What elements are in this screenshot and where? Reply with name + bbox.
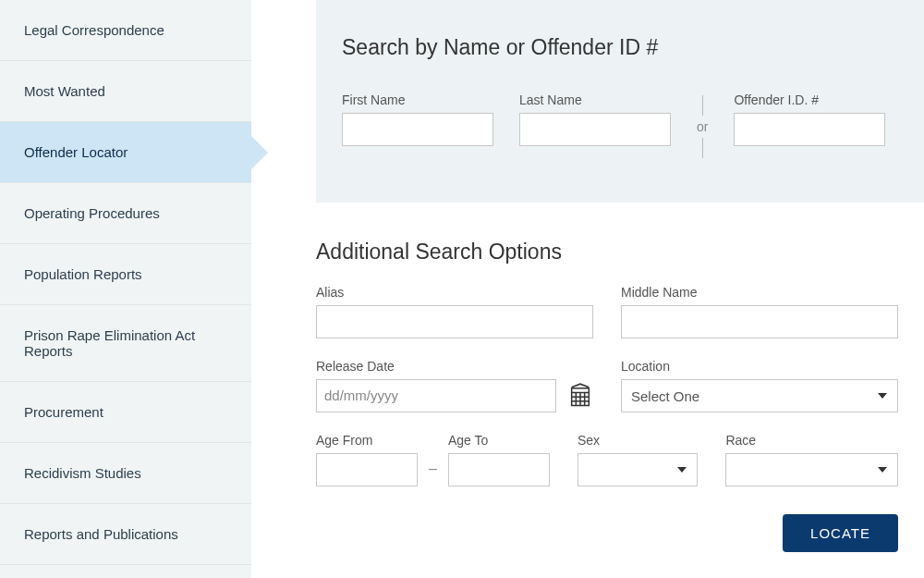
middle-name-label: Middle Name <box>621 285 898 300</box>
or-separator: or <box>697 95 708 158</box>
last-name-input[interactable] <box>519 113 671 146</box>
age-from-input[interactable] <box>316 453 418 486</box>
main-content: Search by Name or Offender ID # First Na… <box>251 0 924 578</box>
release-date-input[interactable] <box>316 379 556 412</box>
sex-label: Sex <box>578 433 699 448</box>
sidebar: Legal Correspondence Most Wanted Offende… <box>0 0 251 578</box>
sidebar-item-operating-procedures[interactable]: Operating Procedures <box>0 183 251 244</box>
sidebar-item-population-reports[interactable]: Population Reports <box>0 244 251 305</box>
search-panel: Search by Name or Offender ID # First Na… <box>316 0 924 203</box>
sidebar-item-legal-correspondence[interactable]: Legal Correspondence <box>0 0 251 61</box>
search-title: Search by Name or Offender ID # <box>342 35 898 60</box>
offender-id-input[interactable] <box>734 113 885 146</box>
age-from-label: Age From <box>316 433 418 448</box>
location-select[interactable]: Select One <box>621 379 898 412</box>
last-name-label: Last Name <box>519 92 671 107</box>
age-to-input[interactable] <box>448 453 550 486</box>
alias-input[interactable] <box>316 305 593 338</box>
additional-title: Additional Search Options <box>316 240 898 264</box>
sidebar-item-offender-locator[interactable]: Offender Locator <box>0 122 251 183</box>
sex-select[interactable] <box>578 453 699 486</box>
location-label: Location <box>621 359 898 374</box>
alias-label: Alias <box>316 285 593 300</box>
offender-id-label: Offender I.D. # <box>734 92 885 107</box>
sidebar-item-reports-publications[interactable]: Reports and Publications <box>0 504 251 565</box>
release-date-label: Release Date <box>316 359 593 374</box>
sidebar-item-prison-rape-reports[interactable]: Prison Rape Elimination Act Reports <box>0 305 251 382</box>
age-range-dash: – <box>429 461 437 486</box>
sidebar-item-recidivism-studies[interactable]: Recidivism Studies <box>0 443 251 504</box>
race-label: Race <box>725 433 898 448</box>
first-name-input[interactable] <box>342 113 493 146</box>
sidebar-item-most-wanted[interactable]: Most Wanted <box>0 61 251 122</box>
race-select[interactable] <box>725 453 898 486</box>
calendar-icon[interactable] <box>567 383 593 409</box>
additional-panel: Additional Search Options Alias Middle N… <box>316 203 924 552</box>
first-name-label: First Name <box>342 92 493 107</box>
sidebar-item-procurement[interactable]: Procurement <box>0 382 251 443</box>
middle-name-input[interactable] <box>621 305 898 338</box>
age-to-label: Age To <box>448 433 550 448</box>
locate-button[interactable]: LOCATE <box>783 514 898 552</box>
